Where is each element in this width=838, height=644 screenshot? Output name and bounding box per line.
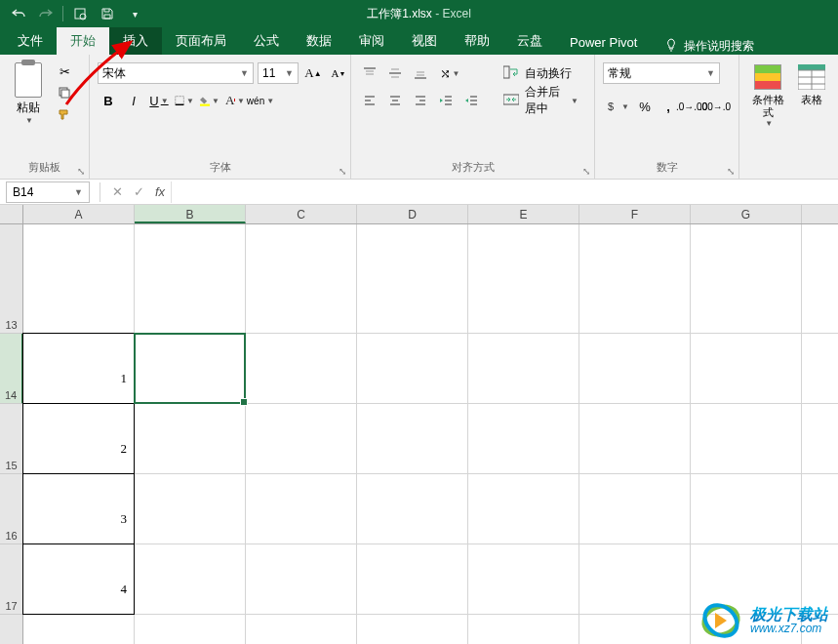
font-dialog-launcher[interactable]: ⤡ <box>339 166 348 177</box>
align-left-button[interactable] <box>359 90 380 111</box>
cell-A14-value: 1 <box>23 371 131 386</box>
cell-A14[interactable] <box>22 333 135 404</box>
select-all-corner[interactable] <box>0 205 23 223</box>
group-alignment: ⤭▼ 自动换行 合并后居中▼ 对齐方式 ⤡ <box>351 55 595 179</box>
merge-center-button[interactable]: 合并后居中▼ <box>496 90 586 111</box>
tab-file[interactable]: 文件 <box>4 27 57 55</box>
tab-view[interactable]: 视图 <box>398 27 451 55</box>
cells-grid[interactable]: 1 2 3 4 <box>23 224 838 644</box>
wrap-icon <box>503 65 519 82</box>
tell-me-search[interactable]: 操作说明搜索 <box>664 38 754 55</box>
cancel-formula-button[interactable]: ✕ <box>106 184 128 199</box>
chevron-down-icon: ▼ <box>74 187 83 197</box>
column-header-A[interactable]: A <box>23 205 135 223</box>
qat-customize-button[interactable]: ▾ <box>124 3 145 24</box>
tab-home[interactable]: 开始 <box>57 27 109 55</box>
tab-formulas[interactable]: 公式 <box>240 27 293 55</box>
decrease-decimal-button[interactable]: .00→.0 <box>704 96 726 117</box>
tell-me-label: 操作说明搜索 <box>684 38 754 55</box>
fill-color-button[interactable]: ▼ <box>199 90 220 111</box>
paste-button[interactable]: 粘贴 ▼ <box>8 59 49 125</box>
group-alignment-label: 对齐方式 <box>359 160 586 177</box>
column-header-G[interactable]: G <box>691 205 802 223</box>
row-header-15[interactable]: 15 <box>0 404 22 474</box>
svg-rect-32 <box>503 95 519 104</box>
accounting-format-button[interactable]: $▼ <box>603 96 632 117</box>
redo-button[interactable] <box>35 3 57 24</box>
increase-font-button[interactable]: A▲ <box>302 62 324 84</box>
bold-button[interactable]: B <box>98 90 119 111</box>
filename: 工作簿1.xlsx <box>367 7 432 20</box>
row-header-16[interactable]: 16 <box>0 474 22 544</box>
column-header-F[interactable]: F <box>579 205 691 223</box>
clipboard-dialog-launcher[interactable]: ⤡ <box>77 166 87 177</box>
enter-formula-button[interactable]: ✓ <box>128 184 149 199</box>
format-as-table-button[interactable]: 表格 <box>795 59 829 106</box>
cell-A16[interactable] <box>22 473 135 544</box>
row-header-14[interactable]: 14 <box>0 334 23 404</box>
cell-A15[interactable] <box>22 403 135 474</box>
group-clipboard-label: 剪贴板 <box>8 160 81 177</box>
font-name-combo[interactable]: 宋体▼ <box>98 62 254 84</box>
watermark-text-cn: 极光下载站 <box>750 606 828 624</box>
chevron-down-icon: ▼ <box>281 68 294 78</box>
watermark-logo-icon <box>699 603 742 638</box>
decrease-font-button[interactable]: A▼ <box>328 62 349 84</box>
align-center-button[interactable] <box>384 90 406 111</box>
tab-data[interactable]: 数据 <box>293 27 345 55</box>
decrease-indent-button[interactable] <box>435 90 457 111</box>
formula-input[interactable] <box>171 181 838 203</box>
copy-button[interactable] <box>55 84 74 101</box>
insert-function-button[interactable]: fx <box>149 184 171 199</box>
align-middle-button[interactable] <box>384 62 406 84</box>
cell-A17[interactable] <box>22 543 135 615</box>
row-header-13[interactable]: 13 <box>0 224 22 334</box>
border-button[interactable]: ▼ <box>174 90 195 111</box>
column-header-C[interactable]: C <box>246 205 357 223</box>
row-header-17[interactable]: 17 <box>0 544 22 615</box>
column-header-D[interactable]: D <box>357 205 468 223</box>
increase-indent-button[interactable] <box>460 90 482 111</box>
percent-button[interactable]: % <box>634 96 656 117</box>
align-right-button[interactable] <box>410 90 431 111</box>
format-painter-button[interactable] <box>55 105 74 123</box>
italic-button[interactable]: I <box>123 90 144 111</box>
app-name: Excel <box>443 7 471 20</box>
underline-button[interactable]: U▼ <box>148 90 170 111</box>
cut-button[interactable]: ✂ <box>55 62 74 80</box>
conditional-format-button[interactable]: 条件格式 ▼ <box>747 59 789 128</box>
svg-rect-6 <box>200 104 210 106</box>
tab-yunpan[interactable]: 云盘 <box>503 27 556 55</box>
chevron-down-icon: ▼ <box>236 68 249 78</box>
tab-help[interactable]: 帮助 <box>451 27 503 55</box>
phonetic-guide-button[interactable]: wén▼ <box>250 90 271 111</box>
column-header-B[interactable]: B <box>135 205 246 223</box>
orientation-button[interactable]: ⤭▼ <box>435 62 464 84</box>
save-button[interactable] <box>97 3 118 24</box>
title-bar: ▾ 工作簿1.xlsx - Excel <box>0 0 838 27</box>
number-format-combo[interactable]: 常规▼ <box>603 62 720 84</box>
undo-button[interactable] <box>8 3 29 24</box>
quick-access-toolbar: ▾ <box>0 3 145 24</box>
svg-rect-3 <box>61 90 69 98</box>
ribbon: 粘贴 ▼ ✂ 剪贴板 ⤡ 宋体▼ 11▼ A▲ A▼ B <box>0 55 838 180</box>
font-color-button[interactable]: A▼ <box>224 90 246 111</box>
table-icon <box>798 64 825 90</box>
number-dialog-launcher[interactable]: ⤡ <box>727 166 737 177</box>
column-header-E[interactable]: E <box>468 205 579 223</box>
worksheet[interactable]: A B C D E F G 13 14 15 16 17 <box>0 205 838 644</box>
lightbulb-icon <box>664 38 678 55</box>
tab-review[interactable]: 审阅 <box>345 27 398 55</box>
column-headers: A B C D E F G <box>0 205 838 224</box>
alignment-dialog-launcher[interactable]: ⤡ <box>582 166 592 177</box>
font-size-combo[interactable]: 11▼ <box>258 62 299 84</box>
print-preview-button[interactable] <box>69 3 91 24</box>
tab-power-pivot[interactable]: Power Pivot <box>556 30 651 55</box>
tab-insert[interactable]: 插入 <box>109 27 162 55</box>
wrap-text-button[interactable]: 自动换行 <box>496 62 586 84</box>
tab-page-layout[interactable]: 页面布局 <box>162 27 240 55</box>
cell-A15-value: 2 <box>23 441 131 457</box>
align-bottom-button[interactable] <box>410 62 431 84</box>
name-box[interactable]: B14▼ <box>6 181 90 203</box>
align-top-button[interactable] <box>359 62 380 84</box>
